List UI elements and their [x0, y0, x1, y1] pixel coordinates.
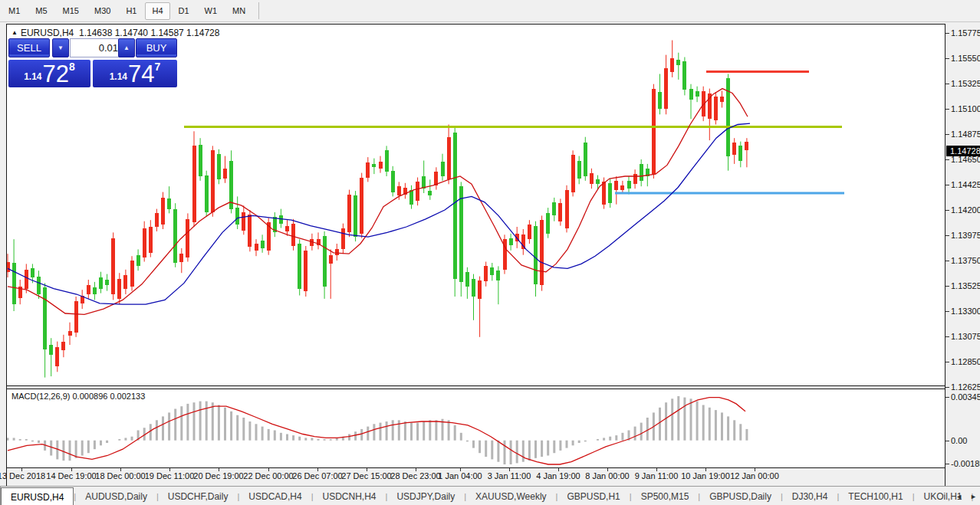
- price-label: 1.14200: [951, 205, 980, 215]
- candles-layer: [7, 41, 748, 378]
- price-tick: [945, 134, 949, 135]
- candlestick-chart: [7, 25, 945, 385]
- price-tick: [945, 84, 949, 84]
- timeframe-toolbar: M1M5M15M30H1H4D1W1MN: [0, 0, 980, 22]
- price-tick: [945, 286, 949, 287]
- time-label: 28 Dec 23:00: [390, 471, 440, 480]
- timeframe-button-m30[interactable]: M30: [87, 2, 117, 20]
- time-label: 26 Dec 07:00: [292, 471, 342, 480]
- timeframe-button-m15[interactable]: M15: [56, 2, 86, 20]
- macd-chart: [7, 389, 945, 467]
- timeframe-button-h4[interactable]: H4: [145, 2, 169, 20]
- time-label: 22 Dec 00:00: [243, 471, 293, 480]
- tab-usdcnh-h4[interactable]: USDCNH,H4: [314, 487, 386, 505]
- price-label: 1.13975: [951, 231, 980, 240]
- time-label: 4 Jan 19:00: [536, 471, 580, 480]
- price-label: 1.13300: [951, 307, 980, 316]
- time-label: 9 Jan 11:00: [635, 471, 679, 480]
- macd-axis-tick: [945, 441, 949, 441]
- price-label: 1.12625: [951, 382, 980, 392]
- horizontal-lines-layer: [184, 72, 844, 193]
- tab-audusd-daily[interactable]: AUDUSD,Daily: [76, 487, 156, 505]
- time-label: 18 Dec 00:00: [95, 471, 145, 480]
- price-axis[interactable]: 1.157751.155501.153251.151001.148751.146…: [945, 24, 980, 485]
- price-tick: [945, 362, 949, 362]
- timeframe-button-d1[interactable]: D1: [172, 2, 196, 20]
- time-label: 8 Jan 00:00: [585, 471, 630, 480]
- tab-eurusd-h4[interactable]: EURUSD,H4: [1, 487, 74, 505]
- price-tick: [945, 336, 949, 337]
- macd-axis-tick: [945, 397, 949, 398]
- tab-xauusd-weekly[interactable]: XAUUSD,Weekly: [466, 487, 555, 505]
- time-label: 12 Jan 00:00: [730, 471, 779, 480]
- price-label: 1.12850: [951, 357, 980, 366]
- macd-name: MACD(12,26,9): [12, 392, 70, 401]
- tab-usdchf-daily[interactable]: USDCHF,Daily: [159, 487, 238, 505]
- tab-gbpusd-daily[interactable]: GBPUSD,Daily: [700, 487, 781, 505]
- price-tick: [945, 387, 949, 388]
- time-label: 14 Dec 19:00: [46, 471, 96, 480]
- tab-scroll-arrows: ◄ ►: [955, 487, 977, 505]
- price-label: 1.13750: [951, 256, 980, 265]
- time-axis[interactable]: 13 Dec 201814 Dec 19:0018 Dec 00:0019 De…: [7, 467, 945, 486]
- chart-window: ▲EURUSD,H4 1.14638 1.14740 1.14587 1.147…: [6, 24, 945, 486]
- chart-tabs-bar: EURUSD,H4|AUDUSD,Daily|USDCHF,Daily|USDC…: [0, 486, 980, 505]
- timeframe-button-h1[interactable]: H1: [119, 2, 143, 20]
- macd-indicator-label: MACD(12,26,9) 0.000896 0.002133: [12, 392, 145, 401]
- price-tick: [945, 185, 949, 185]
- price-label: 1.13075: [951, 332, 980, 341]
- current-price-tag: 1.14728: [946, 146, 980, 156]
- price-chart-pane[interactable]: ▲EURUSD,H4 1.14638 1.14740 1.14587 1.147…: [7, 25, 945, 385]
- toolbar-separator: [258, 2, 259, 19]
- price-label: 1.14875: [951, 130, 980, 139]
- tabs-container: EURUSD,H4|AUDUSD,Daily|USDCHF,Daily|USDC…: [1, 487, 980, 505]
- macd-main-value: 0.000896: [72, 392, 107, 401]
- time-label: 10 Jan 19:00: [681, 471, 730, 480]
- price-tick: [945, 109, 949, 110]
- tab-sp500-m15[interactable]: SP500,M15: [632, 487, 699, 505]
- time-label: 20 Dec 19:00: [193, 471, 243, 480]
- price-tick: [945, 235, 949, 236]
- timeframe-button-m5[interactable]: M5: [28, 2, 54, 20]
- mt4-terminal: { "toolbar": { "timeframes": ["M1","M5",…: [0, 0, 980, 505]
- price-tick: [945, 311, 949, 312]
- price-tick: [945, 261, 949, 261]
- macd-axis-tick: [945, 464, 949, 464]
- timeframe-button-w1[interactable]: W1: [198, 2, 225, 20]
- price-label: 1.15550: [951, 54, 980, 63]
- time-label: 27 Dec 15:00: [341, 471, 391, 480]
- time-label: 1 Jan 04:00: [438, 471, 482, 480]
- price-label: 1.15775: [951, 28, 980, 38]
- macd-signal-value: 0.002133: [110, 392, 145, 401]
- timeframe-button-mn[interactable]: MN: [225, 2, 252, 20]
- time-label: 3 Jan 11:00: [488, 471, 531, 480]
- price-tick: [945, 210, 949, 211]
- tab-usdjpy-daily[interactable]: USDJPY,Daily: [387, 487, 464, 505]
- tab-tech100-h1[interactable]: TECH100,H1: [839, 487, 912, 505]
- price-label: 1.13525: [951, 281, 980, 290]
- timeframe-button-m1[interactable]: M1: [2, 2, 27, 20]
- time-label: 19 Dec 11:00: [145, 471, 195, 480]
- price-tick: [945, 33, 949, 34]
- scroll-left-icon[interactable]: ◄: [955, 493, 962, 500]
- macd-axis-label: 0.00: [951, 436, 967, 445]
- macd-axis-label: -0.001851: [951, 459, 980, 468]
- price-label: 1.15325: [951, 79, 980, 88]
- tab-dj30-h4[interactable]: DJ30,H4: [783, 487, 837, 505]
- macd-axis-label: 0.003452: [951, 392, 980, 402]
- scroll-right-icon[interactable]: ►: [970, 493, 977, 500]
- price-label: 1.15100: [951, 104, 980, 113]
- tab-usdcad-h4[interactable]: USDCAD,H4: [239, 487, 311, 505]
- price-tick: [945, 58, 949, 59]
- time-label: 13 Dec 2018: [0, 471, 45, 480]
- price-tick: [945, 159, 949, 160]
- price-label: 1.14425: [951, 180, 980, 189]
- macd-indicator-pane[interactable]: MACD(12,26,9) 0.000896 0.002133: [7, 389, 945, 467]
- tab-gbpusd-h1[interactable]: GBPUSD,H1: [557, 487, 629, 505]
